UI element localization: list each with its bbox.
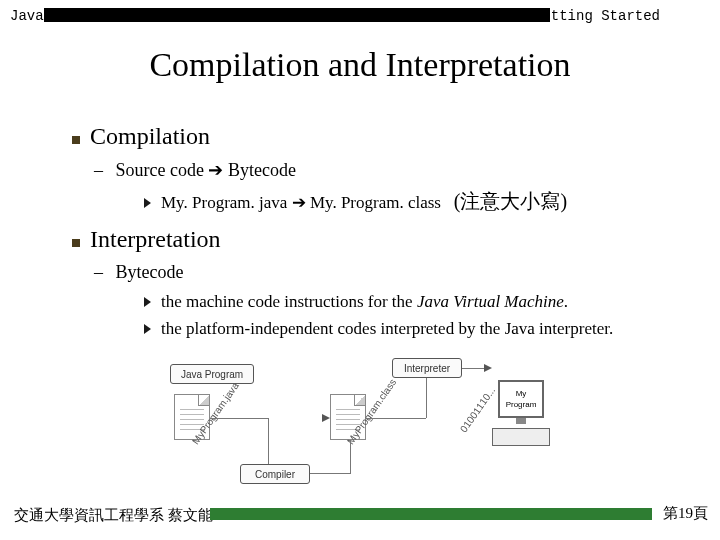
monitor-screen: My Program bbox=[498, 380, 544, 418]
item-myprogram-text: My. Program. java ➔ My. Program. class (… bbox=[161, 187, 567, 215]
item-platform-text: the platform-independent codes interpret… bbox=[161, 317, 613, 341]
computer-icon: My Program bbox=[490, 380, 552, 450]
connector-line bbox=[350, 440, 351, 474]
triangle-bullet-icon bbox=[144, 324, 151, 334]
header-left-label: Java bbox=[10, 8, 44, 24]
sub-compilation: – Source code ➔ Bytecode bbox=[94, 158, 700, 183]
item-jvm: the machine code instructions for the Ja… bbox=[144, 290, 700, 314]
triangle-bullet-icon bbox=[144, 198, 151, 208]
header-right-label: Getting Started bbox=[534, 8, 660, 24]
bullet-interpretation: Interpretation bbox=[72, 223, 700, 257]
box-java-program: Java Program bbox=[170, 364, 254, 384]
annotation-case: (注意大小寫) bbox=[454, 190, 567, 212]
dash-icon: – bbox=[94, 262, 103, 282]
header: Java Getting Started bbox=[0, 6, 720, 28]
arrow-icon bbox=[484, 364, 492, 372]
footer-page-number: 第19頁 bbox=[663, 504, 708, 523]
square-bullet-icon bbox=[72, 239, 80, 247]
header-rule bbox=[44, 8, 550, 22]
bullet-compilation: Compilation bbox=[72, 120, 700, 154]
content-area: Compilation – Source code ➔ Bytecode My.… bbox=[72, 120, 700, 345]
square-bullet-icon bbox=[72, 136, 80, 144]
item-myprogram: My. Program. java ➔ My. Program. class (… bbox=[144, 187, 700, 215]
heading-interpretation: Interpretation bbox=[90, 223, 221, 257]
footer-rule bbox=[210, 508, 652, 520]
connector-line bbox=[366, 418, 426, 419]
computer-base bbox=[492, 428, 550, 446]
heading-compilation: Compilation bbox=[90, 120, 210, 154]
diagram: Java Program Compiler Interpreter MyProg… bbox=[170, 358, 570, 488]
footer: 交通大學資訊工程學系 蔡文能 第19頁 bbox=[0, 504, 720, 526]
box-compiler: Compiler bbox=[240, 464, 310, 484]
connector-line bbox=[268, 418, 269, 464]
dash-icon: – bbox=[94, 160, 103, 180]
connector-line bbox=[210, 418, 268, 419]
item-platform: the platform-independent codes interpret… bbox=[144, 317, 700, 341]
sub-compilation-text: Source code ➔ Bytecode bbox=[116, 160, 296, 180]
sub-interpretation-text: Bytecode bbox=[116, 262, 184, 282]
monitor-stand bbox=[516, 418, 526, 424]
sub-interpretation: – Bytecode bbox=[94, 260, 700, 285]
box-interpreter: Interpreter bbox=[392, 358, 462, 378]
arrow-icon bbox=[322, 414, 330, 422]
triangle-bullet-icon bbox=[144, 297, 151, 307]
footer-left-label: 交通大學資訊工程學系 蔡文能 bbox=[14, 506, 213, 525]
connector-line bbox=[310, 473, 350, 474]
item-jvm-text: the machine code instructions for the Ja… bbox=[161, 290, 568, 314]
connector-line bbox=[426, 378, 427, 418]
slide-title: Compilation and Interpretation bbox=[0, 46, 720, 84]
